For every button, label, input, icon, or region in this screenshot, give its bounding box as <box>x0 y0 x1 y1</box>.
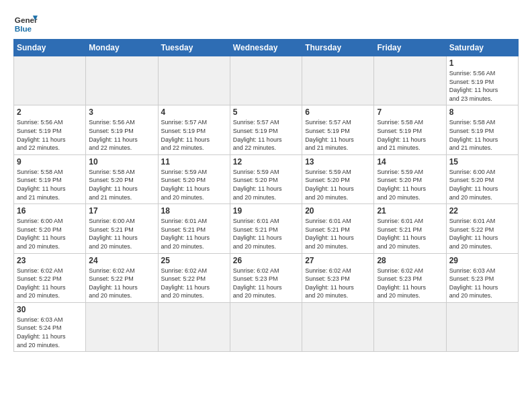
day-info: Sunrise: 5:58 AM Sunset: 5:19 PM Dayligh… <box>17 168 83 201</box>
day-number: 18 <box>161 206 227 216</box>
day-number: 25 <box>161 256 227 265</box>
day-info: Sunrise: 6:02 AM Sunset: 5:23 PM Dayligh… <box>305 267 371 300</box>
day-info: Sunrise: 6:02 AM Sunset: 5:23 PM Dayligh… <box>233 267 299 300</box>
day-number: 19 <box>233 206 299 216</box>
calendar-cell: 30Sunrise: 6:03 AM Sunset: 5:24 PM Dayli… <box>14 302 86 351</box>
calendar-cell: 12Sunrise: 5:59 AM Sunset: 5:20 PM Dayli… <box>230 154 302 203</box>
day-header-wednesday: Wednesday <box>230 40 302 56</box>
day-info: Sunrise: 6:02 AM Sunset: 5:23 PM Dayligh… <box>377 267 443 300</box>
day-number: 4 <box>161 107 227 117</box>
day-info: Sunrise: 6:02 AM Sunset: 5:22 PM Dayligh… <box>17 267 83 300</box>
day-info: Sunrise: 6:03 AM Sunset: 5:24 PM Dayligh… <box>17 316 83 349</box>
day-number: 7 <box>377 107 443 117</box>
calendar-cell <box>446 302 518 351</box>
calendar-cell <box>86 302 158 351</box>
calendar-cell: 17Sunrise: 6:00 AM Sunset: 5:21 PM Dayli… <box>86 204 158 253</box>
day-number: 20 <box>305 206 371 216</box>
day-header-friday: Friday <box>374 40 446 56</box>
day-info: Sunrise: 6:01 AM Sunset: 5:21 PM Dayligh… <box>305 217 371 250</box>
calendar-cell: 6Sunrise: 5:57 AM Sunset: 5:19 PM Daylig… <box>302 105 374 154</box>
day-info: Sunrise: 6:03 AM Sunset: 5:23 PM Dayligh… <box>449 267 515 300</box>
day-info: Sunrise: 5:58 AM Sunset: 5:19 PM Dayligh… <box>377 118 443 152</box>
day-info: Sunrise: 5:57 AM Sunset: 5:19 PM Dayligh… <box>305 118 371 152</box>
calendar-cell: 19Sunrise: 6:01 AM Sunset: 5:21 PM Dayli… <box>230 204 302 253</box>
calendar-cell <box>302 302 374 351</box>
calendar-cell: 8Sunrise: 5:58 AM Sunset: 5:19 PM Daylig… <box>446 105 518 154</box>
day-header-monday: Monday <box>86 40 158 56</box>
calendar-cell: 20Sunrise: 6:01 AM Sunset: 5:21 PM Dayli… <box>302 204 374 253</box>
day-info: Sunrise: 5:59 AM Sunset: 5:20 PM Dayligh… <box>161 168 227 201</box>
calendar-cell <box>14 56 86 105</box>
day-info: Sunrise: 5:58 AM Sunset: 5:20 PM Dayligh… <box>89 168 154 201</box>
calendar-cell: 22Sunrise: 6:01 AM Sunset: 5:22 PM Dayli… <box>446 204 518 253</box>
calendar-cell: 7Sunrise: 5:58 AM Sunset: 5:19 PM Daylig… <box>374 105 446 154</box>
day-info: Sunrise: 6:01 AM Sunset: 5:21 PM Dayligh… <box>377 217 443 250</box>
day-info: Sunrise: 5:59 AM Sunset: 5:20 PM Dayligh… <box>305 168 371 201</box>
day-header-thursday: Thursday <box>302 40 374 56</box>
week-row-2: 9Sunrise: 5:58 AM Sunset: 5:19 PM Daylig… <box>14 154 519 203</box>
day-info: Sunrise: 5:56 AM Sunset: 5:19 PM Dayligh… <box>89 118 154 152</box>
day-number: 30 <box>17 305 83 314</box>
week-row-0: 1Sunrise: 5:56 AM Sunset: 5:19 PM Daylig… <box>14 56 519 105</box>
day-header-tuesday: Tuesday <box>158 40 230 56</box>
day-number: 10 <box>89 157 154 167</box>
calendar-cell: 21Sunrise: 6:01 AM Sunset: 5:21 PM Dayli… <box>374 204 446 253</box>
day-info: Sunrise: 5:58 AM Sunset: 5:19 PM Dayligh… <box>449 118 515 152</box>
week-row-3: 16Sunrise: 6:00 AM Sunset: 5:20 PM Dayli… <box>14 204 519 253</box>
calendar-cell: 26Sunrise: 6:02 AM Sunset: 5:23 PM Dayli… <box>230 253 302 302</box>
day-info: Sunrise: 6:01 AM Sunset: 5:21 PM Dayligh… <box>161 217 227 250</box>
calendar-cell: 14Sunrise: 5:59 AM Sunset: 5:20 PM Dayli… <box>374 154 446 203</box>
calendar-cell: 13Sunrise: 5:59 AM Sunset: 5:20 PM Dayli… <box>302 154 374 203</box>
calendar-cell: 15Sunrise: 6:00 AM Sunset: 5:20 PM Dayli… <box>446 154 518 203</box>
day-number: 29 <box>449 256 515 265</box>
calendar-cell <box>374 56 446 105</box>
day-number: 14 <box>377 157 443 167</box>
calendar-cell <box>86 56 158 105</box>
logo: General Blue <box>13 11 38 35</box>
day-number: 3 <box>89 107 154 117</box>
page-container: General Blue SundayMondayTuesdayWednesda… <box>0 0 532 359</box>
day-number: 6 <box>305 107 371 117</box>
calendar-cell: 18Sunrise: 6:01 AM Sunset: 5:21 PM Dayli… <box>158 204 230 253</box>
day-number: 5 <box>233 107 299 117</box>
day-info: Sunrise: 5:59 AM Sunset: 5:20 PM Dayligh… <box>377 168 443 201</box>
calendar-cell: 1Sunrise: 5:56 AM Sunset: 5:19 PM Daylig… <box>446 56 518 105</box>
day-number: 12 <box>233 157 299 167</box>
day-info: Sunrise: 6:02 AM Sunset: 5:22 PM Dayligh… <box>89 267 154 300</box>
calendar-cell <box>230 302 302 351</box>
day-number: 21 <box>377 206 443 216</box>
day-info: Sunrise: 5:56 AM Sunset: 5:19 PM Dayligh… <box>449 69 515 103</box>
week-row-1: 2Sunrise: 5:56 AM Sunset: 5:19 PM Daylig… <box>14 105 519 154</box>
day-number: 24 <box>89 256 154 265</box>
day-number: 27 <box>305 256 371 265</box>
day-info: Sunrise: 5:59 AM Sunset: 5:20 PM Dayligh… <box>233 168 299 201</box>
day-info: Sunrise: 6:00 AM Sunset: 5:20 PM Dayligh… <box>449 168 515 201</box>
calendar-cell: 28Sunrise: 6:02 AM Sunset: 5:23 PM Dayli… <box>374 253 446 302</box>
day-number: 16 <box>17 206 83 216</box>
day-info: Sunrise: 6:01 AM Sunset: 5:22 PM Dayligh… <box>449 217 515 250</box>
calendar-cell <box>158 302 230 351</box>
day-info: Sunrise: 6:00 AM Sunset: 5:21 PM Dayligh… <box>89 217 154 250</box>
day-number: 26 <box>233 256 299 265</box>
calendar-cell <box>302 56 374 105</box>
day-number: 17 <box>89 206 154 216</box>
day-number: 15 <box>449 157 515 167</box>
day-number: 23 <box>17 256 83 265</box>
calendar-cell: 29Sunrise: 6:03 AM Sunset: 5:23 PM Dayli… <box>446 253 518 302</box>
day-header-sunday: Sunday <box>14 40 86 56</box>
calendar-cell: 5Sunrise: 5:57 AM Sunset: 5:19 PM Daylig… <box>230 105 302 154</box>
day-number: 11 <box>161 157 227 167</box>
calendar-cell: 24Sunrise: 6:02 AM Sunset: 5:22 PM Dayli… <box>86 253 158 302</box>
week-row-4: 23Sunrise: 6:02 AM Sunset: 5:22 PM Dayli… <box>14 253 519 302</box>
calendar-cell: 3Sunrise: 5:56 AM Sunset: 5:19 PM Daylig… <box>86 105 158 154</box>
day-info: Sunrise: 6:00 AM Sunset: 5:20 PM Dayligh… <box>17 217 83 250</box>
calendar-cell: 4Sunrise: 5:57 AM Sunset: 5:19 PM Daylig… <box>158 105 230 154</box>
day-info: Sunrise: 5:57 AM Sunset: 5:19 PM Dayligh… <box>161 118 227 152</box>
calendar-cell: 11Sunrise: 5:59 AM Sunset: 5:20 PM Dayli… <box>158 154 230 203</box>
day-info: Sunrise: 6:02 AM Sunset: 5:22 PM Dayligh… <box>161 267 227 300</box>
calendar-cell: 27Sunrise: 6:02 AM Sunset: 5:23 PM Dayli… <box>302 253 374 302</box>
day-number: 1 <box>449 58 515 68</box>
day-info: Sunrise: 6:01 AM Sunset: 5:21 PM Dayligh… <box>233 217 299 250</box>
svg-text:Blue: Blue <box>15 24 32 33</box>
calendar-cell: 9Sunrise: 5:58 AM Sunset: 5:19 PM Daylig… <box>14 154 86 203</box>
